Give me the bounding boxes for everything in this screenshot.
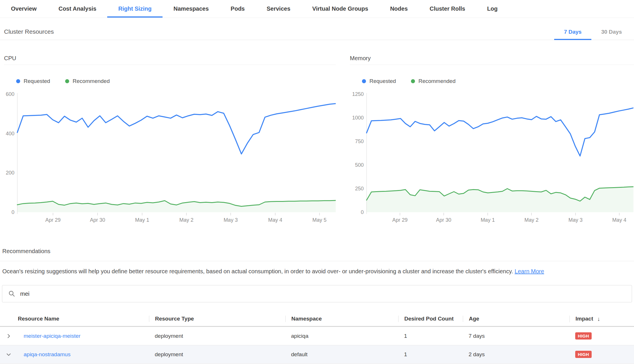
tab-pods[interactable]: Pods — [220, 0, 256, 18]
cpu-chart-title: CPU — [4, 51, 336, 65]
column-age: Age — [463, 316, 569, 322]
learn-more-link[interactable]: Learn More — [515, 268, 544, 274]
search-input[interactable] — [20, 291, 626, 297]
tab-cost-analysis[interactable]: Cost Analysis — [48, 0, 107, 18]
legend-requested[interactable]: Requested — [362, 78, 396, 84]
svg-text:750: 750 — [355, 139, 364, 144]
requested-dot-icon — [362, 79, 366, 83]
svg-text:May 1: May 1 — [481, 217, 495, 223]
legend-requested-label: Requested — [369, 78, 396, 84]
recommendations-description: Ocean's resizing suggestions will help y… — [0, 261, 634, 275]
svg-text:200: 200 — [6, 170, 14, 176]
tab-cluster-rolls[interactable]: Cluster Rolls — [419, 0, 476, 18]
svg-text:600: 600 — [6, 92, 14, 97]
table-header-row: Resource Name Resource Type Namespace De… — [0, 312, 634, 327]
recommendations-title: Recommendations — [0, 248, 634, 261]
requested-dot-icon — [16, 79, 20, 83]
legend-recommended[interactable]: Recommended — [65, 78, 110, 84]
age-cell: 2 days — [463, 351, 569, 358]
svg-text:1250: 1250 — [352, 92, 364, 97]
svg-text:500: 500 — [355, 162, 364, 168]
namespace-cell: default — [285, 351, 398, 358]
cpu-chart-plot[interactable]: 6004002000Apr 29Apr 30May 1May 2May 3May… — [4, 92, 336, 226]
svg-text:1000: 1000 — [352, 115, 364, 121]
table-row: apiqa-nostradamus deployment default 1 2… — [0, 345, 634, 364]
recommended-dot-icon — [65, 79, 69, 83]
impact-high-badge: HIGH — [575, 351, 592, 358]
impact-high-badge: HIGH — [575, 332, 592, 340]
svg-text:May 4: May 4 — [612, 217, 626, 223]
desired-pod-count-cell: 1 — [398, 351, 463, 358]
svg-text:Apr 29: Apr 29 — [392, 217, 407, 223]
svg-text:400: 400 — [6, 131, 14, 136]
column-impact[interactable]: Impact ↓ — [569, 316, 634, 322]
legend-recommended-label: Recommended — [418, 78, 456, 84]
svg-text:May 2: May 2 — [524, 217, 539, 223]
svg-text:May 3: May 3 — [224, 217, 238, 223]
svg-text:May 4: May 4 — [268, 217, 282, 223]
resource-name-link[interactable]: meister-apiciqa-meister — [24, 333, 80, 339]
memory-chart-plot[interactable]: 125010007505002500Apr 29Apr 30May 1May 2… — [350, 92, 634, 226]
svg-text:Apr 29: Apr 29 — [45, 217, 61, 223]
cpu-chart-legend: Requested Recommended — [16, 78, 336, 84]
namespace-cell: apiciqa — [285, 333, 398, 339]
date-range-toggle: 7 Days 30 Days — [554, 29, 632, 40]
table-row: meister-apiciqa-meister deployment apici… — [0, 327, 634, 345]
tab-overview[interactable]: Overview — [0, 0, 48, 18]
tab-right-sizing[interactable]: Right Sizing — [107, 0, 163, 18]
cpu-chart-section: CPU Requested Recommended 6004002000Apr … — [4, 51, 336, 226]
recommended-dot-icon — [411, 79, 415, 83]
svg-text:Apr 30: Apr 30 — [436, 217, 451, 223]
svg-text:250: 250 — [355, 186, 364, 192]
recommendations-description-text: Ocean's resizing suggestions will help y… — [2, 268, 513, 274]
recommendations-table: Resource Name Resource Type Namespace De… — [0, 312, 634, 364]
legend-requested[interactable]: Requested — [16, 78, 50, 84]
memory-chart-section: Memory Requested Recommended 12501000750… — [350, 51, 634, 226]
sort-desc-icon[interactable]: ↓ — [597, 316, 600, 322]
tab-services[interactable]: Services — [256, 0, 301, 18]
chevron-right-icon[interactable] — [6, 333, 12, 339]
tab-log[interactable]: Log — [476, 0, 509, 18]
resource-name-link[interactable]: apiqa-nostradamus — [24, 351, 71, 358]
svg-text:0: 0 — [12, 209, 14, 215]
column-resource-name: Resource Name — [18, 316, 149, 322]
range-7-days[interactable]: 7 Days — [554, 29, 591, 40]
resource-type-cell: deployment — [149, 333, 285, 339]
column-resource-type: Resource Type — [149, 316, 285, 322]
svg-text:May 5: May 5 — [312, 217, 327, 223]
tab-virtual-node-groups[interactable]: Virtual Node Groups — [301, 0, 379, 18]
memory-chart-legend: Requested Recommended — [362, 78, 634, 84]
tab-nodes[interactable]: Nodes — [379, 0, 419, 18]
search-icon — [8, 290, 16, 297]
column-desired-pod-count: Desired Pod Count — [398, 316, 463, 322]
legend-recommended[interactable]: Recommended — [411, 78, 456, 84]
svg-text:May 1: May 1 — [135, 217, 149, 223]
tab-namespaces[interactable]: Namespaces — [163, 0, 220, 18]
section-title: Cluster Resources — [4, 28, 54, 40]
svg-text:May 2: May 2 — [179, 217, 193, 223]
legend-requested-label: Requested — [24, 78, 50, 84]
age-cell: 7 days — [463, 333, 569, 339]
svg-text:Apr 30: Apr 30 — [90, 217, 105, 223]
svg-text:0: 0 — [361, 209, 364, 215]
resource-search-box — [2, 285, 632, 302]
chevron-down-icon[interactable] — [6, 352, 12, 357]
tab-bar: Overview Cost Analysis Right Sizing Name… — [0, 0, 634, 18]
legend-recommended-label: Recommended — [73, 78, 110, 84]
recommendations-section: Recommendations Ocean's resizing suggest… — [0, 248, 634, 364]
resource-type-cell: deployment — [149, 351, 285, 358]
column-impact-label: Impact — [575, 316, 593, 322]
svg-text:May 3: May 3 — [569, 217, 583, 223]
column-namespace: Namespace — [285, 316, 398, 322]
cluster-resources-header: Cluster Resources 7 Days 30 Days — [0, 18, 634, 40]
charts-row: CPU Requested Recommended 6004002000Apr … — [0, 51, 634, 226]
memory-chart-title: Memory — [350, 51, 634, 65]
range-30-days[interactable]: 30 Days — [591, 29, 632, 40]
desired-pod-count-cell: 1 — [398, 333, 463, 339]
